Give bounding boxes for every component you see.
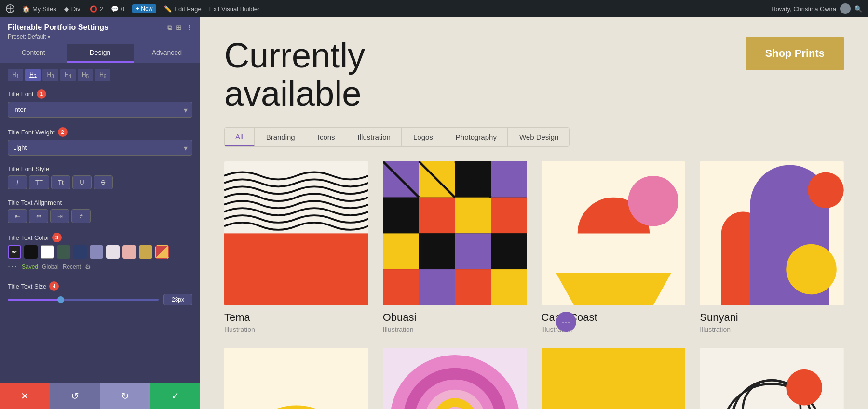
cancel-button[interactable]: ✕ <box>0 383 50 409</box>
svg-rect-7 <box>491 161 527 198</box>
panel-title-icons: ⧉ ⊞ ⋮ <box>167 24 192 32</box>
color-dark-green[interactable] <box>57 245 70 259</box>
portfolio-name-tema: Tema <box>224 311 368 324</box>
title-font-weight-badge: 2 <box>58 127 68 137</box>
color-salmon[interactable] <box>122 245 136 259</box>
portfolio-item-obuasi[interactable]: Obuasi Illustration <box>383 161 527 333</box>
align-center-btn[interactable]: ⇔ <box>29 209 48 223</box>
color-dark-blue[interactable] <box>73 245 87 259</box>
svg-rect-14 <box>455 234 491 270</box>
align-right-btn[interactable]: ⇥ <box>50 209 69 223</box>
filter-all[interactable]: All <box>225 128 255 146</box>
svg-rect-9 <box>419 198 455 234</box>
tab-content[interactable]: Content <box>0 44 67 63</box>
filter-web-design[interactable]: Web Design <box>509 128 569 146</box>
slider-value[interactable]: 28px <box>163 294 192 305</box>
preset-arrow[interactable]: ▾ <box>48 34 50 40</box>
pencil-icon: ✏️ <box>164 5 172 13</box>
new-button[interactable]: + New <box>132 4 156 13</box>
title-font-style-setting: Title Font Style I TT Tt U S <box>8 165 192 189</box>
user-avatar[interactable] <box>840 3 851 14</box>
color-medium-purple[interactable] <box>90 245 103 259</box>
uppercase-btn[interactable]: TT <box>29 175 49 189</box>
search-icon[interactable]: 🔍 <box>854 5 862 13</box>
color-swatches: ✒ <box>8 245 192 259</box>
svg-rect-37 <box>542 348 686 409</box>
color-recent-tag[interactable]: Recent <box>63 264 81 270</box>
heading-h1[interactable]: H1 <box>8 69 23 81</box>
edit-page-button[interactable]: ✏️ Edit Page <box>164 5 201 13</box>
filter-logos[interactable]: Logos <box>403 128 444 146</box>
heading-h3[interactable]: H3 <box>42 69 58 81</box>
title-text-align-setting: Title Text Alignment ⇤ ⇔ ⇥ ≠ <box>8 199 192 223</box>
heading-h2[interactable]: H2 <box>25 69 41 81</box>
undo-button[interactable]: ↺ <box>50 383 100 409</box>
divi-menu[interactable]: ◆ Divi <box>64 5 82 13</box>
portfolio-item-sunyani[interactable]: Sunyani Illustration <box>700 161 844 333</box>
title-font-select[interactable]: Inter <box>8 102 192 118</box>
save-button[interactable]: ✓ <box>150 383 200 409</box>
my-sites-menu[interactable]: 🏠 My Sites <box>22 5 56 13</box>
capitalize-btn[interactable]: Tt <box>51 175 70 189</box>
tab-design[interactable]: Design <box>67 44 133 63</box>
portfolio-thumb-cape-coast <box>542 161 686 305</box>
preset-label: Preset: Default ▾ <box>8 33 192 40</box>
wp-logo[interactable] <box>6 4 14 13</box>
exit-builder-button[interactable]: Exit Visual Builder <box>209 5 260 13</box>
underline-btn[interactable]: U <box>72 175 92 189</box>
title-font-badge: 1 <box>37 89 46 99</box>
color-more-dots[interactable]: ··· <box>8 262 18 272</box>
slider-thumb[interactable] <box>57 296 64 303</box>
filter-branding[interactable]: Branding <box>256 128 306 146</box>
align-justify-btn[interactable]: ≠ <box>71 209 91 223</box>
heading-h6[interactable]: H6 <box>95 69 110 81</box>
heading-h5[interactable]: H5 <box>78 69 93 81</box>
floating-dots-button[interactable]: ··· <box>556 312 576 332</box>
slider-row: 28px <box>8 294 192 305</box>
title-font-setting: Title Font 1 Inter <box>8 89 192 118</box>
comment-menu[interactable]: 💬 0 <box>111 5 124 13</box>
portfolio-item-art5[interactable] <box>224 348 368 409</box>
title-font-style-label: Title Font Style <box>8 165 192 172</box>
shop-prints-button[interactable]: Shop Prints <box>746 37 844 70</box>
comments-count[interactable]: ⭕ 2 <box>90 5 103 13</box>
eyedropper-btn[interactable]: ✒ <box>8 245 21 259</box>
portfolio-item-cape-coast[interactable]: Cape Coast Illustration <box>542 161 686 333</box>
title-font-label: Title Font 1 <box>8 89 192 99</box>
redo-button[interactable]: ↻ <box>100 383 150 409</box>
svg-point-26 <box>787 244 837 295</box>
copy-icon[interactable]: ⧉ <box>167 24 172 32</box>
slider-fill <box>8 299 61 301</box>
color-saved-tag[interactable]: Saved <box>22 264 38 270</box>
portfolio-thumb-obuasi <box>383 161 527 305</box>
color-gear-icon[interactable]: ⚙ <box>85 263 91 271</box>
italic-btn[interactable]: I <box>8 175 27 189</box>
color-gold[interactable] <box>139 245 152 259</box>
more-icon[interactable]: ⋮ <box>186 24 192 32</box>
heading-h4[interactable]: H4 <box>60 69 76 81</box>
color-mixed[interactable] <box>155 245 169 259</box>
svg-rect-12 <box>383 234 419 270</box>
color-global-tag[interactable]: Global <box>42 264 59 270</box>
portfolio-item-art8[interactable] <box>700 348 844 409</box>
filter-icons[interactable]: Icons <box>307 128 346 146</box>
portfolio-item-tema[interactable]: Tema Illustration <box>224 161 368 333</box>
color-light-pink[interactable] <box>106 245 120 259</box>
svg-rect-38 <box>700 348 844 409</box>
main-layout: Filterable Portfolio Settings ⧉ ⊞ ⋮ Pres… <box>0 17 868 409</box>
panel-tabs: Content Design Advanced <box>0 44 200 63</box>
grid-icon[interactable]: ⊞ <box>176 24 182 32</box>
color-black[interactable] <box>24 245 38 259</box>
title-font-weight-label: Title Font Weight 2 <box>8 127 192 137</box>
filter-illustration[interactable]: Illustration <box>347 128 402 146</box>
title-font-weight-select[interactable]: Light <box>8 140 192 156</box>
comment-icon: 💬 <box>111 5 119 13</box>
filter-photography[interactable]: Photography <box>445 128 508 146</box>
strikethrough-btn[interactable]: S <box>94 175 113 189</box>
slider-track[interactable] <box>8 299 159 301</box>
portfolio-item-art7[interactable] <box>542 348 686 409</box>
tab-advanced[interactable]: Advanced <box>134 44 200 63</box>
color-white[interactable] <box>41 245 54 259</box>
align-left-btn[interactable]: ⇤ <box>8 209 27 223</box>
portfolio-item-art6[interactable] <box>383 348 527 409</box>
